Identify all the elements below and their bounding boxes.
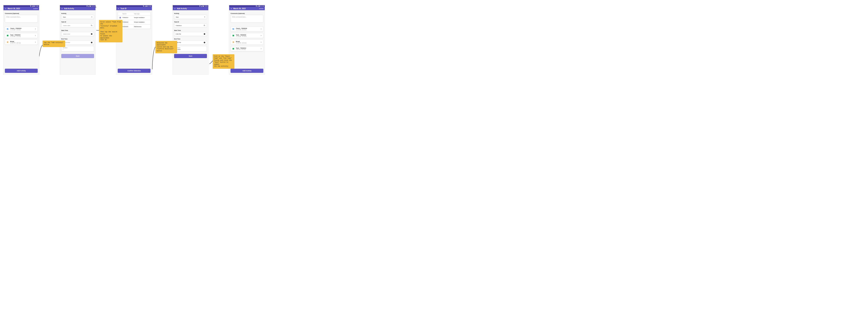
clock-icon <box>204 33 205 35</box>
status-time: 12:30 <box>148 5 151 7</box>
end-time-label: End Time <box>61 38 94 40</box>
status-bar: 12:30 <box>173 5 208 7</box>
battery-icon <box>90 5 91 7</box>
wifi-icon <box>143 5 144 7</box>
activity-row[interactable]: Task - TSK001011:35 AM - 45 mins <box>230 33 264 38</box>
status-time: 12:30 <box>261 5 264 7</box>
page-title: March 30, 2023 <box>8 8 32 9</box>
taskid-row[interactable]: TSK0014Simple Installation <box>118 15 150 20</box>
activity-subtitle: 12:30 PM - 60 mins <box>236 42 247 43</box>
activity-title: Task - TSK0010 <box>10 34 21 36</box>
taskid-label: Task ID <box>61 21 94 23</box>
taskid-row[interactable]: TSK0020Maintenance <box>118 24 150 29</box>
taskid-search-input[interactable] <box>61 24 94 28</box>
app-bar: March 30, 2023 Submit <box>229 7 265 10</box>
comments-input[interactable]: Enter comments here... <box>230 15 264 23</box>
activity-row[interactable]: Break12:30 PM - 60 mins <box>230 39 264 45</box>
pointer-dot <box>205 56 206 56</box>
activity-title: Travel - TSK0010 <box>10 28 21 29</box>
svg-rect-12 <box>259 6 260 7</box>
battery-icon <box>33 5 35 7</box>
note-confirm-selection: Selected the applicable record and tap t… <box>155 41 177 53</box>
taskid-search-input[interactable]: TSK0014 <box>174 24 207 28</box>
activity-title: Task - TSK0010 <box>236 34 246 36</box>
search-icon <box>204 25 205 26</box>
signal-icon <box>32 5 33 7</box>
confirm-selection-button[interactable]: Confirm Selection <box>118 69 151 73</box>
tasktype-cell: Simple Installation <box>134 21 150 23</box>
start-time-input[interactable]: 2:00 PM <box>174 32 207 36</box>
app-bar: March 30, 2023 Submit <box>3 7 39 10</box>
comments-input[interactable]: Enter comments here... <box>5 15 38 23</box>
activity-subtitle: 11:15 AM - 20 mins <box>236 29 247 30</box>
status-time: 12:30 <box>205 5 208 7</box>
tasktype-cell: Simple Installation <box>134 17 150 19</box>
wifi-icon <box>30 5 31 7</box>
back-icon[interactable] <box>5 8 7 9</box>
end-time-label: End Time <box>174 38 207 40</box>
activity-title: Break <box>10 41 21 42</box>
svg-rect-8 <box>203 6 204 7</box>
back-icon[interactable] <box>118 8 119 9</box>
start-time-input[interactable] <box>61 32 94 36</box>
activity-row[interactable]: Break12:30 PM - 60 mins <box>5 39 38 45</box>
activity-row[interactable]: Task - TSK00142:00 PM - 60 mins <box>230 46 264 51</box>
submit-button[interactable]: Submit <box>33 8 38 9</box>
app-bar: Task ID <box>116 7 152 10</box>
taskid-row[interactable]: TSK0018Simple Installation <box>118 20 150 24</box>
save-button[interactable]: Save <box>174 54 207 58</box>
start-time-label: Start Time <box>61 30 94 31</box>
back-icon[interactable] <box>230 8 232 9</box>
chevron-down-icon <box>91 16 93 18</box>
svg-rect-0 <box>33 6 35 7</box>
activity-subtitle: 2:00 PM - 60 mins <box>236 49 246 50</box>
screen-1-activity-log: 12:30 March 30, 2023 Submit Comments (Op… <box>3 5 39 74</box>
activity-subtitle: 11:15 AM - 20 mins <box>10 29 21 30</box>
svg-rect-13 <box>260 6 260 6</box>
back-icon[interactable] <box>61 8 63 9</box>
screen-4-add-activity-filled: 12:30 Add Activity Activity Task Task ID… <box>173 5 208 74</box>
comments-placeholder: Enter comments here... <box>6 16 21 18</box>
status-bar: 12:30 <box>60 5 95 7</box>
end-time-input[interactable]: 3:00 PM <box>174 40 207 44</box>
clock-icon <box>91 33 93 35</box>
page-title: Add Activity <box>64 8 94 9</box>
activity-subtitle: 11:35 AM - 45 mins <box>10 36 21 37</box>
add-activity-button[interactable]: Add Activity <box>230 69 264 73</box>
save-button[interactable]: Save <box>61 54 94 58</box>
back-icon[interactable] <box>174 8 176 9</box>
activity-title: Task - TSK0014 <box>236 47 246 49</box>
svg-rect-2 <box>90 6 91 7</box>
note-fill-times: Fill in the "Start Time" and "End Time" … <box>213 54 235 69</box>
duration-display: Duration 60 mins <box>174 46 207 52</box>
wifi-icon <box>87 5 88 7</box>
add-activity-button[interactable]: Add Activity <box>5 69 38 73</box>
status-bar: 12:30 <box>116 5 152 7</box>
activity-subtitle: 12:30 PM - 60 mins <box>10 42 21 43</box>
activity-dropdown[interactable]: Task <box>61 15 94 19</box>
activity-dropdown[interactable]: Task <box>174 15 207 19</box>
activity-row[interactable]: Task - TSK001011:35 AM - 45 mins <box>5 33 38 38</box>
taskid-cell: TSK0014 <box>122 17 134 19</box>
pointer-dot <box>95 7 96 8</box>
activity-row[interactable]: Travel - TSK001011:15 AM - 20 mins <box>230 26 264 32</box>
status-time: 12:30 <box>35 5 38 7</box>
signal-icon <box>201 5 202 7</box>
activity-row[interactable]: Travel - TSK001011:15 AM - 20 mins <box>5 26 38 32</box>
signal-icon <box>257 5 259 7</box>
activity-label: Activity <box>61 13 94 14</box>
radio-button[interactable] <box>119 17 121 19</box>
submit-button[interactable]: Submit <box>259 8 264 9</box>
app-bar: Add Activity <box>60 7 95 10</box>
clock-icon <box>204 42 205 43</box>
duration-display: Duration - <box>61 46 94 52</box>
end-time-input[interactable] <box>61 40 94 44</box>
battery-icon <box>146 5 148 7</box>
wifi-icon <box>256 5 257 7</box>
comments-label: Comments (Optional) <box>5 13 38 14</box>
status-time: 12:30 <box>92 5 95 7</box>
page-title: Task ID <box>121 8 151 9</box>
page-title: Add Activity <box>177 8 207 9</box>
battery-icon <box>203 5 204 7</box>
status-bar: 12:30 <box>229 5 265 7</box>
